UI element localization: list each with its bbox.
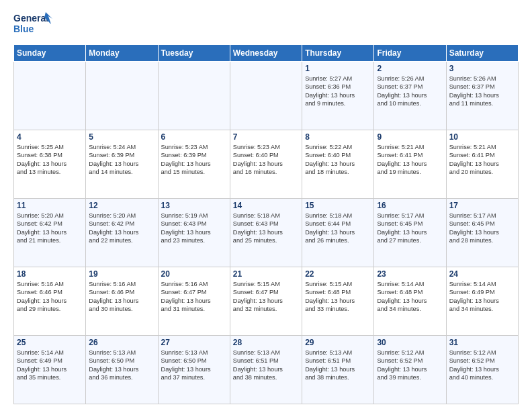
day-number: 30 <box>377 338 443 347</box>
col-header-sunday: Sunday <box>14 45 86 62</box>
day-cell: 25Sunrise: 5:14 AM Sunset: 6:49 PM Dayli… <box>14 336 86 404</box>
day-info: Sunrise: 5:24 AM Sunset: 6:39 PM Dayligh… <box>89 143 154 177</box>
week-row-4: 18Sunrise: 5:16 AM Sunset: 6:46 PM Dayli… <box>14 267 519 336</box>
day-number: 6 <box>161 132 227 142</box>
header: GeneralBlue <box>13 11 519 39</box>
day-number: 17 <box>449 201 515 210</box>
day-number: 27 <box>161 338 227 347</box>
day-info: Sunrise: 5:13 AM Sunset: 6:50 PM Dayligh… <box>161 349 227 382</box>
day-info: Sunrise: 5:23 AM Sunset: 6:39 PM Dayligh… <box>161 143 227 177</box>
day-info: Sunrise: 5:21 AM Sunset: 6:41 PM Dayligh… <box>449 143 515 177</box>
day-info: Sunrise: 5:25 AM Sunset: 6:38 PM Dayligh… <box>17 143 83 177</box>
day-cell: 31Sunrise: 5:12 AM Sunset: 6:52 PM Dayli… <box>446 336 518 404</box>
day-info: Sunrise: 5:21 AM Sunset: 6:41 PM Dayligh… <box>377 143 443 177</box>
day-cell: 18Sunrise: 5:16 AM Sunset: 6:46 PM Dayli… <box>14 267 86 336</box>
day-info: Sunrise: 5:18 AM Sunset: 6:43 PM Dayligh… <box>233 212 299 245</box>
day-info: Sunrise: 5:16 AM Sunset: 6:46 PM Dayligh… <box>17 280 83 314</box>
day-info: Sunrise: 5:20 AM Sunset: 6:42 PM Dayligh… <box>89 212 154 245</box>
day-number: 31 <box>449 338 515 347</box>
day-info: Sunrise: 5:15 AM Sunset: 6:47 PM Dayligh… <box>233 280 299 314</box>
day-number: 13 <box>161 201 227 210</box>
day-number: 5 <box>89 132 154 142</box>
day-info: Sunrise: 5:13 AM Sunset: 6:51 PM Dayligh… <box>233 349 299 382</box>
day-cell <box>158 62 230 130</box>
day-cell: 1Sunrise: 5:27 AM Sunset: 6:36 PM Daylig… <box>302 62 374 130</box>
logo: GeneralBlue <box>13 11 54 39</box>
day-cell <box>86 62 158 130</box>
day-number: 10 <box>449 132 515 142</box>
week-row-5: 25Sunrise: 5:14 AM Sunset: 6:49 PM Dayli… <box>14 336 519 404</box>
day-cell: 13Sunrise: 5:19 AM Sunset: 6:43 PM Dayli… <box>158 199 230 267</box>
day-cell: 20Sunrise: 5:16 AM Sunset: 6:47 PM Dayli… <box>158 267 230 336</box>
col-header-friday: Friday <box>374 45 446 62</box>
day-number: 2 <box>377 64 443 73</box>
day-cell: 3Sunrise: 5:26 AM Sunset: 6:37 PM Daylig… <box>446 62 518 130</box>
page: GeneralBlue SundayMondayTuesdayWednesday… <box>0 0 532 411</box>
day-cell: 4Sunrise: 5:25 AM Sunset: 6:38 PM Daylig… <box>14 130 86 199</box>
day-cell: 16Sunrise: 5:17 AM Sunset: 6:45 PM Dayli… <box>374 199 446 267</box>
day-number: 3 <box>449 64 515 73</box>
svg-text:General: General <box>13 13 48 24</box>
logo-svg: GeneralBlue <box>13 11 54 39</box>
day-cell: 5Sunrise: 5:24 AM Sunset: 6:39 PM Daylig… <box>86 130 158 199</box>
day-info: Sunrise: 5:16 AM Sunset: 6:47 PM Dayligh… <box>161 280 227 314</box>
day-cell: 28Sunrise: 5:13 AM Sunset: 6:51 PM Dayli… <box>230 336 302 404</box>
day-info: Sunrise: 5:16 AM Sunset: 6:46 PM Dayligh… <box>89 280 154 314</box>
day-number: 11 <box>17 201 83 210</box>
day-number: 25 <box>17 338 83 347</box>
day-info: Sunrise: 5:14 AM Sunset: 6:49 PM Dayligh… <box>17 349 83 382</box>
calendar-body: 1Sunrise: 5:27 AM Sunset: 6:36 PM Daylig… <box>14 62 519 404</box>
day-cell: 9Sunrise: 5:21 AM Sunset: 6:41 PM Daylig… <box>374 130 446 199</box>
day-cell: 29Sunrise: 5:13 AM Sunset: 6:51 PM Dayli… <box>302 336 374 404</box>
header-row: SundayMondayTuesdayWednesdayThursdayFrid… <box>14 45 519 62</box>
day-cell: 21Sunrise: 5:15 AM Sunset: 6:47 PM Dayli… <box>230 267 302 336</box>
day-info: Sunrise: 5:17 AM Sunset: 6:45 PM Dayligh… <box>449 212 515 245</box>
calendar-table: SundayMondayTuesdayWednesdayThursdayFrid… <box>13 44 519 404</box>
day-cell <box>14 62 86 130</box>
day-number: 15 <box>305 201 371 210</box>
day-cell: 11Sunrise: 5:20 AM Sunset: 6:42 PM Dayli… <box>14 199 86 267</box>
day-info: Sunrise: 5:15 AM Sunset: 6:48 PM Dayligh… <box>305 280 371 314</box>
day-number: 12 <box>89 201 154 210</box>
col-header-tuesday: Tuesday <box>158 45 230 62</box>
week-row-3: 11Sunrise: 5:20 AM Sunset: 6:42 PM Dayli… <box>14 199 519 267</box>
day-number: 19 <box>89 269 154 279</box>
day-cell: 14Sunrise: 5:18 AM Sunset: 6:43 PM Dayli… <box>230 199 302 267</box>
day-cell: 24Sunrise: 5:14 AM Sunset: 6:49 PM Dayli… <box>446 267 518 336</box>
day-number: 14 <box>233 201 299 210</box>
day-number: 8 <box>305 132 371 142</box>
day-number: 28 <box>233 338 299 347</box>
day-cell: 10Sunrise: 5:21 AM Sunset: 6:41 PM Dayli… <box>446 130 518 199</box>
day-info: Sunrise: 5:14 AM Sunset: 6:49 PM Dayligh… <box>449 280 515 314</box>
day-number: 26 <box>89 338 154 347</box>
day-info: Sunrise: 5:18 AM Sunset: 6:44 PM Dayligh… <box>305 212 371 245</box>
day-number: 21 <box>233 269 299 279</box>
day-cell: 22Sunrise: 5:15 AM Sunset: 6:48 PM Dayli… <box>302 267 374 336</box>
week-row-2: 4Sunrise: 5:25 AM Sunset: 6:38 PM Daylig… <box>14 130 519 199</box>
day-number: 1 <box>305 64 371 73</box>
col-header-wednesday: Wednesday <box>230 45 302 62</box>
day-number: 29 <box>305 338 371 347</box>
day-cell: 12Sunrise: 5:20 AM Sunset: 6:42 PM Dayli… <box>86 199 158 267</box>
day-info: Sunrise: 5:12 AM Sunset: 6:52 PM Dayligh… <box>377 349 443 382</box>
day-cell: 19Sunrise: 5:16 AM Sunset: 6:46 PM Dayli… <box>86 267 158 336</box>
day-cell: 27Sunrise: 5:13 AM Sunset: 6:50 PM Dayli… <box>158 336 230 404</box>
day-info: Sunrise: 5:12 AM Sunset: 6:52 PM Dayligh… <box>449 349 515 382</box>
day-cell <box>230 62 302 130</box>
day-number: 24 <box>449 269 515 279</box>
day-number: 4 <box>17 132 83 142</box>
day-info: Sunrise: 5:23 AM Sunset: 6:40 PM Dayligh… <box>233 143 299 177</box>
day-info: Sunrise: 5:17 AM Sunset: 6:45 PM Dayligh… <box>377 212 443 245</box>
day-cell: 26Sunrise: 5:13 AM Sunset: 6:50 PM Dayli… <box>86 336 158 404</box>
day-number: 7 <box>233 132 299 142</box>
col-header-monday: Monday <box>86 45 158 62</box>
day-info: Sunrise: 5:26 AM Sunset: 6:37 PM Dayligh… <box>377 75 443 108</box>
day-info: Sunrise: 5:22 AM Sunset: 6:40 PM Dayligh… <box>305 143 371 177</box>
day-cell: 30Sunrise: 5:12 AM Sunset: 6:52 PM Dayli… <box>374 336 446 404</box>
day-cell: 2Sunrise: 5:26 AM Sunset: 6:37 PM Daylig… <box>374 62 446 130</box>
day-cell: 8Sunrise: 5:22 AM Sunset: 6:40 PM Daylig… <box>302 130 374 199</box>
day-number: 20 <box>161 269 227 279</box>
day-cell: 23Sunrise: 5:14 AM Sunset: 6:48 PM Dayli… <box>374 267 446 336</box>
col-header-saturday: Saturday <box>446 45 518 62</box>
col-header-thursday: Thursday <box>302 45 374 62</box>
